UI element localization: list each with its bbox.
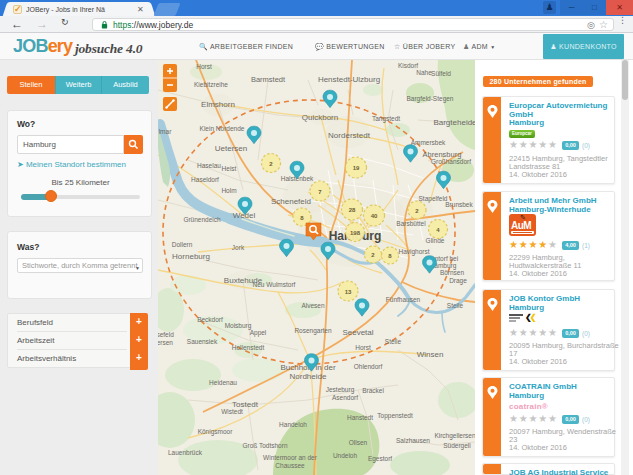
svg-text:Horst: Horst <box>196 63 212 70</box>
svg-text:Jesteburg: Jesteburg <box>326 386 355 394</box>
svg-text:Heist: Heist <box>222 165 237 172</box>
svg-text:Moisburg: Moisburg <box>225 322 252 330</box>
svg-text:Fünfhausen: Fünfhausen <box>386 296 421 303</box>
svg-text:Wintermoor an der: Wintermoor an der <box>263 454 318 461</box>
svg-text:Ollsen: Ollsen <box>349 439 368 446</box>
svg-text:Kisdorf: Kisdorf <box>398 62 418 69</box>
svg-text:Lauenbrück: Lauenbrück <box>168 449 203 456</box>
svg-text:gersen: gersen <box>158 339 173 347</box>
svg-text:Uetersen: Uetersen <box>215 144 247 153</box>
svg-text:Chaussee: Chaussee <box>275 462 305 469</box>
svg-text:Jork: Jork <box>232 244 245 251</box>
svg-text:Heidenau: Heidenau <box>209 379 237 386</box>
svg-text:Königsmoor: Königsmoor <box>198 428 234 436</box>
svg-text:Norderstedt: Norderstedt <box>328 131 371 140</box>
svg-text:Horst: Horst <box>355 344 371 351</box>
svg-text:19: 19 <box>353 165 360 171</box>
svg-text:Brunsbek: Brunsbek <box>445 201 473 208</box>
svg-text:Klein Nordende: Klein Nordende <box>200 125 245 132</box>
svg-text:Handeloh: Handeloh <box>279 421 307 428</box>
svg-text:Salzhausen: Salzhausen <box>396 437 430 444</box>
svg-text:rsefeld: rsefeld <box>158 331 174 338</box>
svg-text:lmar: lmar <box>159 128 172 135</box>
svg-text:Brackel: Brackel <box>362 387 384 394</box>
svg-text:13: 13 <box>345 289 352 295</box>
svg-text:Südergell: Südergell <box>443 442 471 450</box>
svg-text:Kirchgellersen: Kirchgellersen <box>434 432 475 440</box>
svg-text:Ohlendorf: Ohlendorf <box>354 363 383 370</box>
svg-text:40: 40 <box>371 213 378 219</box>
svg-text:Stapelfeld: Stapelfeld <box>419 195 448 203</box>
svg-text:Asendorf: Asendorf <box>332 394 358 401</box>
svg-text:Horneburg: Horneburg <box>172 252 210 261</box>
svg-text:Grünendeich: Grünendeich <box>183 216 221 223</box>
svg-text:Beckdorf: Beckdorf <box>197 316 223 323</box>
svg-text:Hanstedt: Hanstedt <box>347 414 373 421</box>
svg-text:Seevetal: Seevetal <box>342 328 373 337</box>
svg-text:Barmstedt: Barmstedt <box>251 75 286 84</box>
svg-text:Nordheide: Nordheide <box>290 372 327 381</box>
svg-text:Haseldorf: Haseldorf <box>191 176 219 183</box>
svg-text:Bargteheide: Bargteheide <box>433 118 475 127</box>
svg-text:Nahe: Nahe <box>416 69 432 76</box>
svg-text:Neu Wulmstorf: Neu Wulmstorf <box>253 281 296 288</box>
svg-text:Wistedt: Wistedt <box>221 408 243 415</box>
svg-text:Steile: Steile <box>447 302 464 309</box>
svg-text:Hollenstedt: Hollenstedt <box>232 344 265 351</box>
svg-text:Appel: Appel <box>250 329 267 337</box>
svg-text:Drage: Drage <box>449 277 467 285</box>
svg-text:Rosengarten: Rosengarten <box>294 327 332 335</box>
svg-text:Sülfeld: Sülfeld <box>431 70 451 77</box>
svg-text:Bargfeld-Stegen: Bargfeld-Stegen <box>407 95 454 103</box>
svg-text:Egestorf: Egestorf <box>368 455 392 463</box>
svg-text:Großhansdorf: Großhansdorf <box>431 158 471 165</box>
svg-text:Börnsen: Börnsen <box>440 269 465 276</box>
svg-text:198: 198 <box>350 230 361 236</box>
svg-text:Kiebitzreihe: Kiebitzreihe <box>194 81 228 88</box>
svg-text:Sauensiek: Sauensiek <box>187 338 218 345</box>
svg-text:Tangstedt: Tangstedt <box>372 115 400 123</box>
svg-text:Alvesen: Alvesen <box>301 302 325 309</box>
svg-text:Holm: Holm <box>221 187 236 194</box>
svg-text:Havighorst: Havighorst <box>398 248 429 256</box>
svg-text:Toppenstedt: Toppenstedt <box>377 412 413 420</box>
svg-text:Barsbüttel: Barsbüttel <box>396 220 426 227</box>
svg-text:28: 28 <box>349 207 356 213</box>
svg-text:Dollern: Dollern <box>172 241 193 248</box>
svg-text:Winsen: Winsen <box>417 350 444 359</box>
svg-text:Schenefeld: Schenefeld <box>271 197 311 206</box>
svg-text:Undeloh: Undeloh <box>333 452 358 459</box>
svg-text:Ammersbek: Ammersbek <box>411 139 446 146</box>
svg-text:Henstedt-Ulzburg: Henstedt-Ulzburg <box>318 75 380 84</box>
svg-text:Groß Todtshorn: Groß Todtshorn <box>242 442 287 449</box>
svg-text:Elmshorn: Elmshorn <box>201 100 235 109</box>
svg-text:Stelle: Stelle <box>385 338 402 345</box>
svg-text:Haselau: Haselau <box>197 162 221 169</box>
svg-text:Quickborn: Quickborn <box>302 113 338 122</box>
